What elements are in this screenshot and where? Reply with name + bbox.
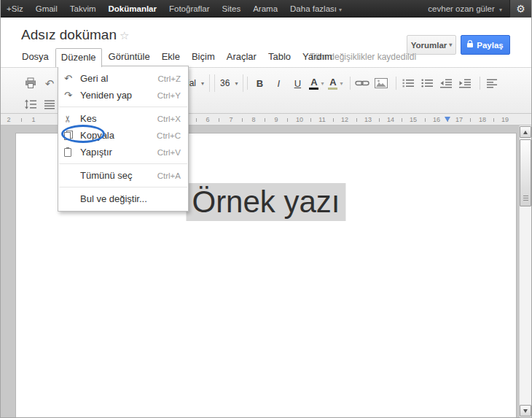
toolbar-separator xyxy=(350,77,351,90)
menu-ekle[interactable]: Ekle xyxy=(157,48,185,66)
scroll-up-icon xyxy=(523,131,528,134)
text-color-button[interactable]: A ▾ xyxy=(308,74,324,92)
ruler-number: 14 xyxy=(387,114,394,125)
menu-item-tumunu-sec[interactable]: Tümünü seç Ctrl+A xyxy=(58,167,188,184)
ruler-number: 1 xyxy=(31,114,35,125)
account-name: cevher ozan güler xyxy=(428,4,494,13)
margin-marker-icon[interactable] xyxy=(445,117,450,122)
bold-button[interactable]: B xyxy=(251,74,267,92)
menu-item-shortcut: Ctrl+V xyxy=(157,148,181,157)
underline-button[interactable]: U xyxy=(289,74,305,92)
outdent-button[interactable] xyxy=(438,74,454,92)
insert-image-button[interactable] xyxy=(373,74,389,92)
scroll-down-button[interactable] xyxy=(520,405,531,417)
menu-item-geri-al[interactable]: ↶ Geri al Ctrl+Z xyxy=(58,70,188,87)
ruler-number: 8 xyxy=(251,114,255,125)
highlight-bar xyxy=(328,88,337,90)
menu-separator xyxy=(59,107,187,107)
menu-item-shortcut: Ctrl+A xyxy=(157,171,181,180)
numbered-list-button[interactable] xyxy=(400,74,416,92)
menu-item-yeniden-yap[interactable]: ↷ Yeniden yap Ctrl+Y xyxy=(58,87,188,104)
menu-tablo[interactable]: Tablo xyxy=(263,48,296,66)
menu-item-yapistir[interactable]: Yapıştır Ctrl+V xyxy=(58,144,188,160)
more-label: Daha fazlası xyxy=(290,4,337,13)
toolbar-separator xyxy=(247,77,248,90)
caret-down-icon: ▾ xyxy=(499,7,502,13)
bold-icon: B xyxy=(257,78,263,89)
menu-item-kopyala[interactable]: Kopyala Ctrl+C xyxy=(58,127,188,144)
undo-button[interactable]: ↶ xyxy=(42,74,58,92)
menu-araclar[interactable]: Araçlar xyxy=(222,48,262,66)
font-size-select[interactable]: 36 ▾ xyxy=(214,74,243,92)
ruler-number: 15 xyxy=(410,114,417,125)
topbar-right: cevher ozan güler ▾ ⚙ xyxy=(428,0,531,18)
ruler-number: 19 xyxy=(501,114,509,125)
menu-goruntule[interactable]: Görüntüle xyxy=(103,48,155,66)
scroll-up-button[interactable] xyxy=(520,126,531,138)
scrollbar[interactable] xyxy=(519,125,531,417)
topbar-link-gmail[interactable]: Gmail xyxy=(36,4,58,13)
text-color-letter: A xyxy=(310,77,317,87)
topbar-link-takvim[interactable]: Takvim xyxy=(70,4,96,13)
indent-button[interactable] xyxy=(457,74,473,92)
menu-item-shortcut: Ctrl+C xyxy=(157,131,181,140)
align-button[interactable] xyxy=(484,74,500,92)
topbar-link-daha-fazlasi[interactable]: Daha fazlası▾ xyxy=(290,4,342,13)
menu-yardim[interactable]: Yardım xyxy=(297,48,337,66)
ruler-number: 16 xyxy=(433,114,440,125)
toolbar-separator xyxy=(396,77,396,90)
menu-item-bul-ve-degistir[interactable]: Bul ve değiştir... xyxy=(58,190,188,207)
image-icon xyxy=(375,78,388,88)
undo-icon: ↶ xyxy=(45,78,55,89)
italic-button[interactable]: I xyxy=(270,74,286,92)
account-menu[interactable]: cevher ozan güler ▾ xyxy=(428,4,502,13)
text-color-bar xyxy=(309,88,318,90)
link-icon xyxy=(355,78,369,88)
document-title[interactable]: Adsız doküman xyxy=(21,27,117,43)
bulleted-list-icon xyxy=(420,78,434,88)
menu-item-kes[interactable]: ✂ Kes Ctrl+X xyxy=(58,110,188,127)
settings-gear-button[interactable]: ⚙ xyxy=(509,0,531,18)
menu-item-shortcut: Ctrl+Y xyxy=(157,91,181,100)
bulleted-list-button[interactable] xyxy=(419,74,435,92)
menu-bicim[interactable]: Biçim xyxy=(187,48,220,66)
menu-duzenle[interactable]: Düzenle xyxy=(55,48,102,67)
topbar-link-dokumanlar[interactable]: Dokümanlar xyxy=(109,4,157,13)
menubar: DosyaDüzenleGörüntüleEkleBiçimAraçlarTab… xyxy=(17,48,339,67)
insert-link-button[interactable] xyxy=(354,74,370,92)
menu-separator xyxy=(59,163,187,164)
print-button[interactable] xyxy=(23,74,39,92)
ruler-tick xyxy=(21,118,22,122)
menu-separator xyxy=(59,187,187,187)
highlight-letter: A xyxy=(329,77,336,87)
copy-icon xyxy=(64,131,80,140)
ruler-number: 13 xyxy=(364,114,372,125)
menu-dosya[interactable]: Dosya xyxy=(17,48,54,66)
menu-item-label: Geri al xyxy=(80,73,157,84)
share-button[interactable]: Paylaş xyxy=(461,35,510,55)
ruler-number: 12 xyxy=(341,114,348,125)
menu-item-label: Yeniden yap xyxy=(80,90,157,101)
menu-item-label: Yapıştır xyxy=(80,147,157,158)
scrollbar-grip-icon xyxy=(523,196,528,201)
scrollbar-thumb[interactable] xyxy=(520,139,531,206)
line-spacing-button[interactable] xyxy=(23,96,39,113)
highlight-color-button[interactable]: A ▾ xyxy=(327,74,343,92)
star-icon[interactable]: ☆ xyxy=(120,29,129,42)
menu-item-label: Kopyala xyxy=(80,130,157,141)
underline-icon: U xyxy=(294,78,301,89)
topbar-link-arama[interactable]: Arama xyxy=(253,4,278,13)
align-left-icon xyxy=(486,78,498,88)
topbar-link-sites[interactable]: Sites xyxy=(222,4,241,13)
topbar-link-fotograflar[interactable]: Fotoğraflar xyxy=(169,4,210,13)
toolbar-separator xyxy=(480,77,480,90)
ruler-number: 11 xyxy=(318,114,325,125)
ruler-number: 2 xyxy=(7,114,10,125)
ruler-number: 10 xyxy=(296,114,303,125)
ruler-number: 7 xyxy=(229,114,232,125)
outdent-icon xyxy=(439,78,453,88)
google-bar: +Siz Gmail Takvim Dokümanlar Fotoğraflar… xyxy=(1,0,531,18)
topbar-link-siz[interactable]: +Siz xyxy=(7,4,23,13)
justify-button[interactable] xyxy=(42,96,58,113)
comments-label: Yorumlar xyxy=(411,41,447,50)
